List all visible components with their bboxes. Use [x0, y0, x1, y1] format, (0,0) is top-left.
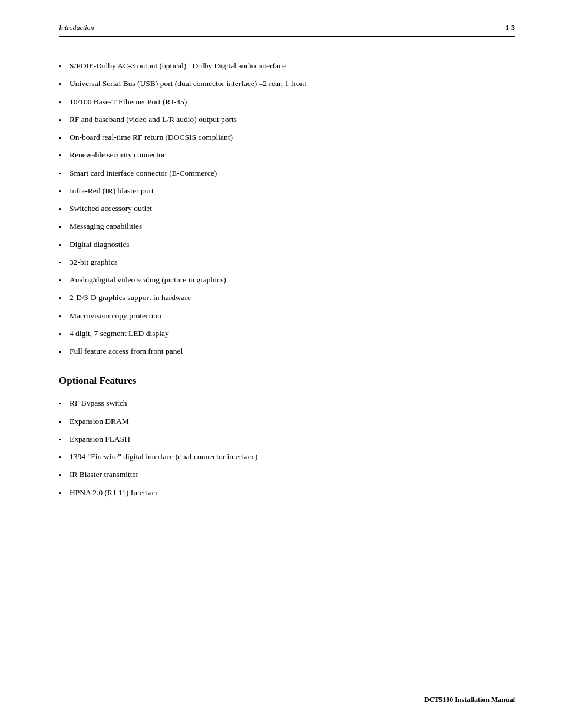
list-item: ▪4 digit, 7 segment LED display [59, 328, 515, 340]
bullet-icon: ▪ [59, 240, 61, 250]
bullet-icon: ▪ [59, 115, 61, 125]
bullet-text: 32-bit graphics [70, 256, 515, 268]
bullet-text: Full feature access from front panel [70, 345, 515, 357]
bullet-text: RF Bypass switch [70, 397, 515, 409]
bullet-icon: ▪ [59, 186, 61, 196]
bullet-icon: ▪ [59, 470, 61, 480]
bullet-text: S/PDIF-Dolby AC-3 output (optical) –Dolb… [70, 60, 515, 72]
bullet-text: 4 digit, 7 segment LED display [70, 328, 515, 340]
bullet-text: On-board real-time RF return (DOCSIS com… [70, 131, 515, 143]
bullet-icon: ▪ [59, 222, 61, 232]
bullet-icon: ▪ [59, 79, 61, 89]
list-item: ▪Expansion FLASH [59, 433, 515, 445]
bullet-text: IR Blaster transmitter [70, 469, 515, 480]
bullet-icon: ▪ [59, 61, 61, 71]
footer-manual-title: DCT5100 Installation Manual [424, 696, 515, 704]
bullet-icon: ▪ [59, 258, 61, 268]
list-item: ▪S/PDIF-Dolby AC-3 output (optical) –Dol… [59, 60, 515, 72]
bullet-icon: ▪ [59, 133, 61, 143]
bullet-icon: ▪ [59, 150, 61, 160]
list-item: ▪Expansion DRAM [59, 416, 515, 427]
bullet-text: Universal Serial Bus (USB) port (dual co… [70, 78, 515, 90]
list-item: ▪RF Bypass switch [59, 397, 515, 409]
main-feature-list: ▪S/PDIF-Dolby AC-3 output (optical) –Dol… [59, 60, 515, 357]
list-item: ▪Digital diagnostics [59, 239, 515, 251]
bullet-icon: ▪ [59, 275, 61, 285]
list-item: ▪1394 “Firewire” digital interface (dual… [59, 451, 515, 463]
bullet-icon: ▪ [59, 452, 61, 462]
bullet-icon: ▪ [59, 329, 61, 339]
bullet-text: Smart card interface connector (E-Commer… [70, 167, 515, 179]
bullet-text: 2-D/3-D graphics support in hardware [70, 292, 515, 304]
bullet-icon: ▪ [59, 169, 61, 179]
optional-features-heading: Optional Features [59, 375, 515, 387]
bullet-icon: ▪ [59, 97, 61, 107]
list-item: ▪Full feature access from front panel [59, 345, 515, 357]
bullet-icon: ▪ [59, 293, 61, 303]
bullet-text: Expansion DRAM [70, 416, 515, 427]
page: Introduction 1-3 ▪S/PDIF-Dolby AC-3 outp… [0, 0, 562, 728]
list-item: ▪IR Blaster transmitter [59, 469, 515, 480]
bullet-text: HPNA 2.0 (RJ-11) Interface [70, 487, 515, 499]
bullet-text: 10/100 Base-T Ethernet Port (RJ-45) [70, 96, 515, 108]
bullet-icon: ▪ [59, 204, 61, 214]
header-page-number: 1-3 [505, 24, 515, 32]
bullet-text: Renewable security connector [70, 149, 515, 161]
list-item: ▪Analog/digital video scaling (picture i… [59, 274, 515, 286]
list-item: ▪Messaging capabilities [59, 220, 515, 232]
bullet-icon: ▪ [59, 347, 61, 357]
bullet-text: Messaging capabilities [70, 220, 515, 232]
list-item: ▪Smart card interface connector (E-Comme… [59, 167, 515, 179]
page-header: Introduction 1-3 [59, 24, 515, 37]
bullet-icon: ▪ [59, 311, 61, 321]
bullet-icon: ▪ [59, 434, 61, 444]
bullet-text: RF and baseband (video and L/R audio) ou… [70, 114, 515, 126]
list-item: ▪Macrovision copy protection [59, 310, 515, 322]
bullet-text: Macrovision copy protection [70, 310, 515, 322]
list-item: ▪Infra-Red (IR) blaster port [59, 185, 515, 197]
list-item: ▪32-bit graphics [59, 256, 515, 268]
list-item: ▪2-D/3-D graphics support in hardware [59, 292, 515, 304]
list-item: ▪On-board real-time RF return (DOCSIS co… [59, 131, 515, 143]
bullet-text: Infra-Red (IR) blaster port [70, 185, 515, 197]
list-item: ▪RF and baseband (video and L/R audio) o… [59, 114, 515, 126]
list-item: ▪HPNA 2.0 (RJ-11) Interface [59, 487, 515, 499]
list-item: ▪Renewable security connector [59, 149, 515, 161]
bullet-icon: ▪ [59, 398, 61, 409]
bullet-icon: ▪ [59, 488, 61, 498]
bullet-text: Analog/digital video scaling (picture in… [70, 274, 515, 286]
optional-feature-list: ▪RF Bypass switch▪Expansion DRAM▪Expansi… [59, 397, 515, 499]
bullet-text: Switched accessory outlet [70, 203, 515, 215]
bullet-icon: ▪ [59, 417, 61, 427]
page-footer: DCT5100 Installation Manual [47, 696, 515, 704]
list-item: ▪10/100 Base-T Ethernet Port (RJ-45) [59, 96, 515, 108]
bullet-text: Expansion FLASH [70, 433, 515, 445]
bullet-text: Digital diagnostics [70, 239, 515, 251]
list-item: ▪Switched accessory outlet [59, 203, 515, 215]
list-item: ▪Universal Serial Bus (USB) port (dual c… [59, 78, 515, 90]
bullet-text: 1394 “Firewire” digital interface (dual … [70, 451, 515, 463]
header-section-label: Introduction [59, 24, 94, 32]
